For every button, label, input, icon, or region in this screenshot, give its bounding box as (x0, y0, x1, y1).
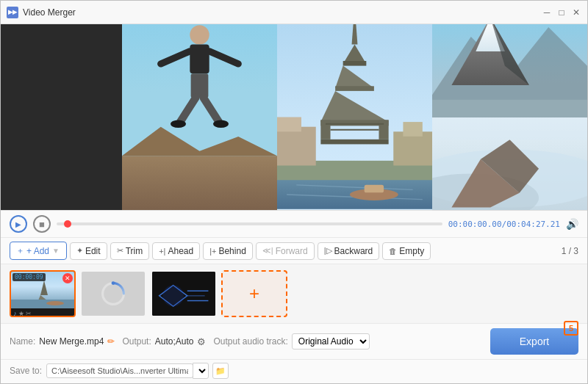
svg-rect-5 (432, 100, 587, 117)
content-area (1, 24, 587, 210)
svg-rect-37 (335, 86, 374, 91)
name-edit-icon[interactable]: ✏ (107, 336, 115, 347)
step-badge: 5 (564, 321, 578, 336)
clip-item-2[interactable] (80, 270, 146, 317)
video-cell-mountain-top (432, 24, 587, 117)
close-button[interactable]: ✕ (571, 7, 581, 18)
backward-icon: |▷ (324, 246, 332, 256)
name-label: Name: (10, 336, 35, 347)
svg-point-57 (112, 281, 115, 285)
add-button[interactable]: ＋ + Add ▼ (10, 242, 67, 260)
video-cell-mountain-bottom (432, 117, 587, 211)
video-cell-person (122, 24, 277, 210)
clip-time-badge-1: 00:00:09 (12, 273, 46, 281)
video-cell-eiffel (277, 24, 432, 210)
save-path-input[interactable] (46, 363, 193, 378)
ahead-label: Ahead (168, 246, 193, 256)
add-divider: ▼ (51, 247, 60, 255)
svg-rect-19 (191, 73, 209, 98)
timeline-bar[interactable] (57, 222, 442, 225)
left-panel (1, 24, 122, 210)
svg-rect-29 (277, 127, 316, 166)
main-window: ▶▶ Video Merger ─ □ ✕ (0, 0, 588, 384)
svg-rect-32 (403, 122, 422, 137)
svg-rect-13 (122, 156, 277, 210)
backward-button[interactable]: |▷ Backward (318, 242, 380, 260)
page-indicator: 1 / 3 (562, 246, 578, 256)
clip-thumb-3 (152, 272, 215, 316)
clip-thumb-2 (82, 272, 145, 316)
svg-point-22 (171, 120, 186, 128)
volume-icon[interactable]: 🔊 (566, 218, 578, 230)
trim-icon: ✂ (117, 246, 123, 256)
svg-rect-16 (190, 45, 209, 74)
save-path-dropdown[interactable] (193, 363, 209, 379)
app-title: Video Merger (23, 7, 542, 18)
clip-3-svg (152, 272, 215, 316)
window-controls: ─ □ ✕ (542, 7, 581, 18)
svg-rect-11 (432, 117, 587, 140)
edit-label: Edit (85, 246, 101, 256)
svg-rect-46 (365, 185, 384, 193)
svg-point-63 (162, 286, 184, 307)
svg-point-15 (190, 25, 209, 44)
audio-track-select[interactable]: Original Audio (292, 333, 370, 349)
save-to-label: Save to: (10, 366, 42, 376)
minimize-button[interactable]: ─ (542, 7, 552, 18)
add-label: + Add (26, 246, 49, 256)
trim-label: Trim (126, 246, 143, 256)
empty-button[interactable]: 🗑 Empty (382, 242, 431, 260)
play-button[interactable]: ▶ (10, 215, 27, 233)
add-icon: ＋ (16, 245, 24, 256)
add-clip-icon: + (249, 283, 259, 304)
svg-rect-41 (379, 120, 388, 139)
output-item: Output: Auto;Auto ⚙ (122, 336, 206, 347)
add-clip-button[interactable]: + (221, 270, 287, 317)
timeline-cursor (64, 220, 71, 228)
ahead-icon: +| (159, 247, 165, 256)
toolbar: ＋ + Add ▼ ✦ Edit ✂ Trim +| Ahead |+ Behi… (1, 238, 587, 264)
output-value: Auto;Auto (155, 336, 194, 347)
audio-track-item: Output audio track: Original Audio (213, 333, 369, 349)
edit-button[interactable]: ✦ Edit (70, 242, 107, 260)
svg-rect-44 (320, 140, 388, 145)
svg-point-55 (46, 301, 64, 305)
forward-label: Forward (276, 246, 308, 256)
app-icon: ▶▶ (7, 7, 18, 18)
stop-button[interactable]: ■ (33, 215, 51, 233)
audio-track-label: Output audio track: (213, 336, 287, 347)
forward-icon: ≪| (262, 246, 273, 256)
clip-bottom-1: ♪ ★ ✂ (11, 308, 74, 316)
clip-timeline: 00:00:09 ✕ ♪ ★ ✂ (1, 264, 587, 323)
restore-button[interactable]: □ (556, 7, 567, 18)
output-gear-icon[interactable]: ⚙ (197, 336, 206, 347)
clip-item-1[interactable]: 00:00:09 ✕ ♪ ★ ✂ (10, 270, 76, 317)
video-grid (122, 24, 587, 210)
export-section: 5 Export (490, 328, 578, 355)
playback-bar: ▶ ■ 00:00:00.00/00:04:27.21 🔊 (1, 211, 587, 238)
titlebar: ▶▶ Video Merger ─ □ ✕ (1, 1, 587, 24)
spinner-svg (98, 279, 128, 308)
name-item: Name: New Merge.mp4 ✏ (10, 336, 115, 347)
clip-close-1[interactable]: ✕ (62, 273, 73, 283)
save-path-container (46, 363, 209, 379)
time-display: 00:00:00.00/00:04:27.21 (448, 220, 560, 229)
edit-icon: ✦ (76, 246, 83, 256)
behind-button[interactable]: |+ Behind (203, 242, 253, 260)
behind-icon: |+ (209, 247, 216, 256)
footer-bar: Name: New Merge.mp4 ✏ Output: Auto;Auto … (1, 323, 587, 359)
forward-button[interactable]: ≪| Forward (256, 242, 315, 260)
svg-rect-39 (320, 120, 388, 126)
empty-icon: 🗑 (389, 247, 397, 256)
backward-label: Backward (334, 246, 373, 256)
svg-rect-31 (393, 131, 432, 165)
svg-rect-54 (11, 300, 74, 308)
bottom-section: ▶ ■ 00:00:00.00/00:04:27.21 🔊 ＋ + Add ▼ … (1, 210, 587, 383)
folder-browse-button[interactable]: 📁 (212, 363, 229, 379)
preview-area (122, 24, 587, 210)
clip-item-3[interactable] (151, 270, 217, 317)
output-label: Output: (122, 336, 151, 347)
trim-button[interactable]: ✂ Trim (110, 242, 150, 260)
svg-rect-35 (343, 61, 367, 66)
ahead-button[interactable]: +| Ahead (152, 242, 200, 260)
